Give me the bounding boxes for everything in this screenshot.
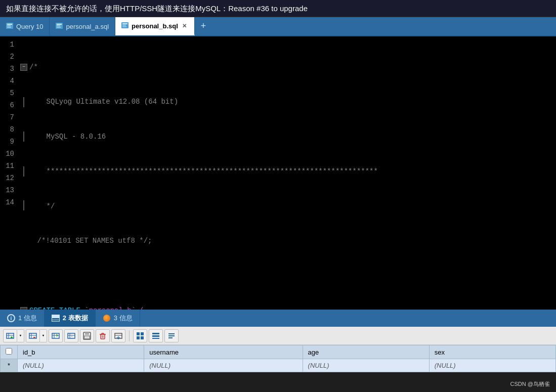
code-line-5: */ <box>20 200 556 212</box>
svg-rect-31 <box>101 334 105 339</box>
select-all-checkbox[interactable] <box>6 348 12 355</box>
indent-bar-2 <box>23 97 24 107</box>
table-header-row: id_b username age sex <box>1 345 556 359</box>
svg-rect-44 <box>141 336 144 339</box>
tab-icon-query10 <box>6 23 13 30</box>
tab-add-button[interactable]: + <box>195 17 212 35</box>
code-line-7 <box>20 270 556 282</box>
grid-view-button[interactable] <box>133 329 147 342</box>
table-header: id_b username age sex <box>1 345 556 359</box>
bottom-tab-tabledata[interactable]: 2 表数据 <box>45 310 96 327</box>
tab-label-personal-b: personal_b.sql <box>132 22 178 30</box>
add-row-dropdown[interactable]: ▾ <box>17 329 24 342</box>
svg-rect-42 <box>141 332 144 335</box>
tab-icon-personal-b <box>121 22 129 30</box>
svg-rect-46 <box>152 335 159 337</box>
data-table-area: id_b username age sex * (NULL) (NULL) (N… <box>0 345 556 372</box>
indent-bar-3 <box>23 132 24 142</box>
col-sex[interactable]: sex <box>429 345 555 359</box>
row-label: * <box>1 359 18 372</box>
bottom-tab-label-info1: 1 信息 <box>18 314 37 323</box>
svg-rect-1 <box>7 24 12 25</box>
svg-rect-47 <box>152 338 159 339</box>
svg-rect-11 <box>122 26 126 27</box>
delete-row-btn-group: ▾ <box>26 329 47 342</box>
cell-username[interactable]: (NULL) <box>144 359 303 372</box>
data-table: id_b username age sex * (NULL) (NULL) (N… <box>0 345 556 372</box>
line-numbers: 1 2 3 4 5 6 7 8 9 10 11 12 13 14 <box>0 38 18 308</box>
collapse-1[interactable]: − <box>20 64 27 71</box>
toolbar-sep-1 <box>129 330 130 341</box>
tab-label-personal-a: personal_a.sql <box>66 23 109 30</box>
svg-rect-30 <box>85 336 89 338</box>
trash-button[interactable] <box>96 329 110 342</box>
svg-rect-21 <box>52 333 59 338</box>
tab-icon-personal-a <box>56 23 63 30</box>
tab-label-query10: Query 10 <box>16 23 43 30</box>
svg-rect-5 <box>57 24 62 25</box>
code-line-1: −/* <box>20 61 556 73</box>
editor-area: 1 2 3 4 5 6 7 8 9 10 11 12 13 14 −/* SQL… <box>0 36 556 310</box>
list-view-button[interactable] <box>149 329 163 342</box>
tab-bar: Query 10 personal_a.sql personal_b.sql ✕… <box>0 17 556 36</box>
tab-query10[interactable]: Query 10 <box>0 17 50 35</box>
code-line-3: MySQL - 8.0.16 <box>20 130 556 143</box>
info-icon: i <box>7 314 15 322</box>
bottom-tab-label-tabledata: 2 表数据 <box>63 314 88 323</box>
delete-row-button[interactable] <box>26 329 40 342</box>
svg-rect-45 <box>152 333 159 334</box>
cell-id-b[interactable]: (NULL) <box>18 359 144 372</box>
svg-rect-28 <box>85 332 89 335</box>
banner: 如果直接连接不被允许的话，使用HTTP/SSH隧道来连接MySQL：Reason… <box>0 0 556 17</box>
add-row-btn-group: ▾ <box>3 329 24 342</box>
col-username[interactable]: username <box>144 345 303 359</box>
code-line-2: SQLyog Ultimate v12.08 (64 bit) <box>20 96 556 108</box>
col-id-b[interactable]: id_b <box>18 345 144 359</box>
text-view-button[interactable] <box>164 329 179 342</box>
watermark: CSDN @鸟栖雀 <box>510 380 550 388</box>
svg-rect-43 <box>137 336 140 339</box>
cell-sex[interactable]: (NULL) <box>429 359 555 372</box>
svg-rect-2 <box>7 25 11 26</box>
table-body: * (NULL) (NULL) (NULL) (NULL) <box>1 359 556 372</box>
code-line-4: ****************************************… <box>20 165 556 178</box>
code-line-6: /*!40101 SET NAMES utf8 */; <box>20 235 556 247</box>
indent-bar-5 <box>23 200 24 210</box>
svg-rect-6 <box>57 25 60 26</box>
col-age[interactable]: age <box>303 345 429 359</box>
delete-row-dropdown[interactable]: ▾ <box>40 329 47 342</box>
col-checkbox[interactable] <box>1 345 18 359</box>
svg-rect-41 <box>137 332 140 335</box>
table-icon <box>52 314 60 322</box>
bottom-panel: i 1 信息 2 表数据 3 信息 <box>0 310 556 372</box>
tab-close-personal-b[interactable]: ✕ <box>181 22 188 29</box>
cell-age[interactable]: (NULL) <box>303 359 429 372</box>
svg-rect-7 <box>57 27 61 28</box>
indent-bar-4 <box>23 166 24 177</box>
export-button[interactable] <box>111 329 125 342</box>
svg-rect-10 <box>122 25 126 26</box>
table-row[interactable]: * (NULL) (NULL) (NULL) (NULL) <box>1 359 556 372</box>
add-row-button[interactable] <box>3 329 17 342</box>
refresh-button[interactable] <box>49 329 63 342</box>
undo-button[interactable] <box>64 329 78 342</box>
code-editor[interactable]: −/* SQLyog Ultimate v12.08 (64 bit) MySQ… <box>18 38 556 308</box>
toolbar: ▾ ▾ <box>0 327 556 345</box>
save-button[interactable] <box>80 329 94 342</box>
code-container[interactable]: 1 2 3 4 5 6 7 8 9 10 11 12 13 14 −/* SQL… <box>0 36 556 310</box>
svg-rect-3 <box>7 27 11 28</box>
bottom-tabs: i 1 信息 2 表数据 3 信息 <box>0 310 556 327</box>
bottom-tab-info3[interactable]: 3 信息 <box>96 310 140 327</box>
svg-rect-9 <box>122 23 127 24</box>
bottom-tab-info1[interactable]: i 1 信息 <box>0 310 45 327</box>
tab-personal-b[interactable]: personal_b.sql ✕ <box>115 17 195 35</box>
bottom-tab-label-info3: 3 信息 <box>114 314 133 323</box>
code-line-8: −CREATE TABLE `personal_b` ( <box>20 304 556 310</box>
tab-personal-a[interactable]: personal_a.sql <box>50 17 115 35</box>
orange-icon <box>103 314 111 322</box>
